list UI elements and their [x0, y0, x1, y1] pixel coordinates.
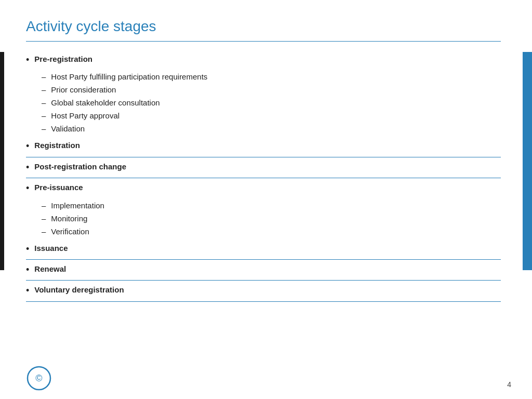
- sub-dash-icon: –: [42, 97, 46, 108]
- sub-list-item: –Validation: [42, 122, 501, 135]
- sub-dash-icon: –: [42, 226, 46, 237]
- sub-list-item: –Host Party approval: [42, 109, 501, 122]
- sub-dash-icon: –: [42, 84, 46, 95]
- bullet-icon: •: [26, 140, 29, 152]
- sub-list-item: –Global stakeholder consultation: [42, 96, 501, 109]
- list-item: •Post-registration change: [26, 158, 501, 177]
- sub-dash-icon: –: [42, 71, 46, 82]
- main-item-row: •Post-registration change: [26, 158, 501, 177]
- list-item: •Pre-registration–Host Party fulfilling …: [26, 51, 501, 135]
- list-item: •Pre-issuance–Implementation–Monitoring–…: [26, 179, 501, 237]
- list-item: •Registration: [26, 137, 501, 155]
- main-item-row: •Registration: [26, 137, 501, 155]
- sub-list-item: –Monitoring: [42, 212, 501, 225]
- item-label: Pre-issuance: [34, 182, 83, 193]
- section-divider: [26, 178, 501, 178]
- main-item-row: •Pre-issuance: [26, 179, 501, 197]
- logo-area: ©: [26, 365, 52, 393]
- sub-item-text: Implementation: [51, 200, 104, 211]
- sub-dash-icon: –: [42, 213, 46, 224]
- sub-item-text: Verification: [51, 226, 89, 237]
- item-label: Registration: [34, 140, 80, 151]
- main-item-row: •Issuance: [26, 240, 501, 258]
- slide-container: Activity cycle stages •Pre-registration–…: [0, 0, 532, 399]
- sub-item-text: Prior consideration: [51, 84, 116, 95]
- list-item: •Voluntary deregistration: [26, 282, 501, 300]
- item-label: Issuance: [34, 243, 68, 254]
- right-accent-bar: [523, 52, 532, 270]
- left-accent-bar: [0, 52, 4, 270]
- bullet-icon: •: [26, 285, 29, 297]
- list-item: •Issuance: [26, 240, 501, 258]
- sub-dash-icon: –: [42, 110, 46, 121]
- slide-title: Activity cycle stages: [26, 18, 501, 35]
- item-label: Renewal: [34, 264, 66, 274]
- bullet-icon: •: [26, 264, 29, 276]
- sub-list-item: –Implementation: [42, 199, 501, 212]
- title-divider: [26, 41, 501, 42]
- sub-item-text: Monitoring: [51, 213, 87, 224]
- section-divider: [26, 157, 501, 157]
- main-item-row: •Voluntary deregistration: [26, 282, 501, 300]
- sub-item-text: Host Party fulfilling participation requ…: [51, 71, 207, 82]
- page-number: 4: [507, 380, 511, 389]
- section-divider: [26, 259, 501, 260]
- item-label: Voluntary deregistration: [34, 285, 124, 295]
- sub-dash-icon: –: [42, 123, 46, 134]
- sub-list-item: –Prior consideration: [42, 83, 501, 96]
- svg-text:©: ©: [35, 373, 42, 383]
- bullet-icon: •: [26, 162, 29, 174]
- unfccc-logo: ©: [26, 365, 52, 391]
- sub-list-item: –Verification: [42, 225, 501, 238]
- main-item-row: •Pre-registration: [26, 51, 501, 69]
- list-item: •Renewal: [26, 261, 501, 279]
- section-divider: [26, 301, 501, 302]
- sub-list: –Host Party fulfilling participation req…: [42, 70, 501, 135]
- sub-list-item: –Host Party fulfilling participation req…: [42, 70, 501, 83]
- main-item-row: •Renewal: [26, 261, 501, 279]
- sub-list: –Implementation–Monitoring–Verification: [42, 199, 501, 238]
- item-label: Pre-registration: [34, 54, 92, 64]
- sub-item-text: Host Party approval: [51, 110, 119, 121]
- section-divider: [26, 280, 501, 281]
- item-label: Post-registration change: [34, 162, 126, 172]
- sub-dash-icon: –: [42, 200, 46, 211]
- sub-item-text: Global stakeholder consultation: [51, 97, 159, 108]
- sub-item-text: Validation: [51, 123, 85, 134]
- main-list: •Pre-registration–Host Party fulfilling …: [26, 51, 501, 302]
- bullet-icon: •: [26, 54, 29, 66]
- bullet-icon: •: [26, 243, 29, 255]
- bullet-icon: •: [26, 182, 29, 194]
